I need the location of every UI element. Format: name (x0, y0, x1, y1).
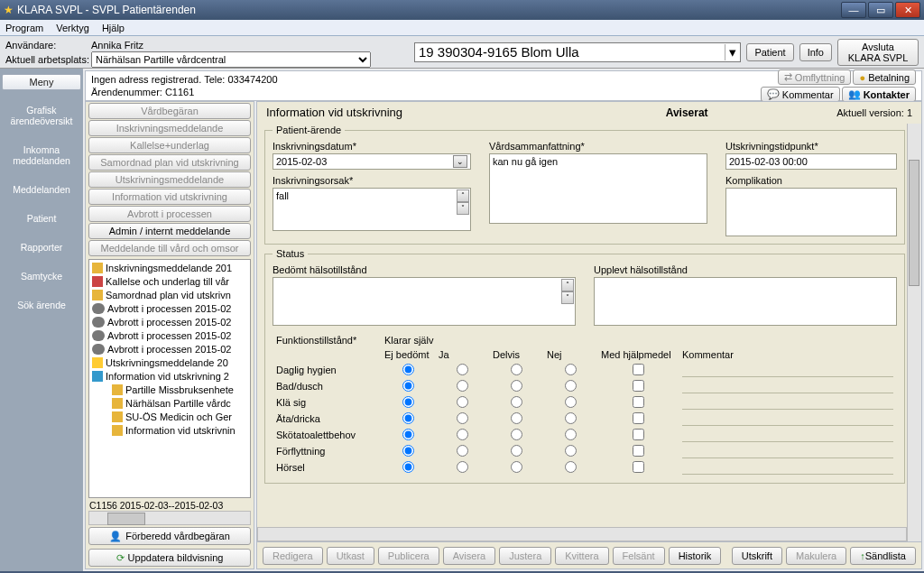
tree-item-5[interactable]: Avbrott i processen 2015-02 (90, 328, 249, 342)
form-vscroll[interactable] (907, 124, 921, 541)
sidebar-item-3[interactable]: Patient (0, 204, 83, 233)
form-hscroll[interactable] (257, 527, 907, 541)
radio-ja[interactable] (457, 412, 468, 424)
omflyttning-button[interactable]: ⇄Omflyttning (778, 69, 852, 85)
bottom-button-historik[interactable]: Historik (669, 547, 722, 565)
radio-nej[interactable] (565, 396, 577, 408)
inskr-orsak-field[interactable]: fall ˄˅ (273, 188, 471, 231)
tree-item-9[interactable]: Partille Missbruksenhete (90, 383, 249, 396)
kommentar-field[interactable] (682, 395, 893, 410)
radio-nej[interactable] (565, 429, 577, 440)
check-hjalp[interactable] (633, 364, 644, 375)
info-button[interactable]: Info (799, 43, 832, 61)
radio-delvis[interactable] (511, 429, 522, 440)
radio-ja[interactable] (457, 364, 468, 375)
tree-hscroll[interactable] (88, 511, 251, 525)
tree-item-7[interactable]: Utskrivningsmeddelande 20 (90, 356, 249, 369)
radio-nej[interactable] (565, 364, 577, 375)
kommentar-field[interactable] (682, 460, 893, 475)
sidebar-item-6[interactable]: Sök ärende (0, 291, 83, 319)
bottom-button-felsänt[interactable]: Felsänt (613, 547, 665, 565)
radio-ej[interactable] (402, 380, 414, 392)
radio-ja[interactable] (457, 445, 468, 457)
sidebar-item-2[interactable]: Meddelanden (0, 175, 83, 204)
sandlista-button[interactable]: ↑Sändlista (850, 547, 916, 565)
check-hjalp[interactable] (633, 461, 644, 473)
maximize-button[interactable]: ▭ (868, 2, 893, 18)
bottom-button-kvittera[interactable]: Kvittera (555, 547, 608, 565)
action-button-1[interactable]: Inskrivningsmeddelande (88, 120, 251, 136)
radio-ej[interactable] (402, 364, 414, 375)
kommentar-field[interactable] (682, 363, 893, 377)
radio-ej[interactable] (402, 461, 414, 473)
vss-field[interactable]: kan nu gå igen (489, 153, 707, 224)
close-button[interactable]: ✕ (895, 2, 920, 18)
inskr-datum-field[interactable]: 2015-02-03 ⌄ (273, 153, 471, 170)
prepared-request-button[interactable]: 👤Förberedd vårdbegäran (88, 527, 251, 545)
tree-item-11[interactable]: SU-ÖS Medicin och Ger (90, 410, 249, 423)
tree-item-8[interactable]: Information vid utskrivning 2 (90, 369, 249, 383)
spin-down-icon[interactable]: ˅ (561, 291, 574, 304)
patient-combo[interactable]: 19 390304-9165 Blom Ulla ▾ (414, 42, 741, 62)
kommentar-field[interactable] (682, 444, 893, 458)
bedomt-field[interactable]: ˄˅ (273, 277, 576, 326)
action-button-6[interactable]: Avbrott i processen (88, 206, 251, 222)
tree-item-6[interactable]: Avbrott i processen 2015-02 (90, 342, 249, 356)
quit-button[interactable]: Avsluta KLARA SVPL (837, 39, 919, 66)
bottom-button-utkast[interactable]: Utkast (327, 547, 374, 565)
radio-nej[interactable] (565, 380, 577, 392)
check-hjalp[interactable] (633, 429, 644, 440)
action-button-5[interactable]: Information vid utskrivning (88, 189, 251, 205)
tree-item-1[interactable]: Kallelse och underlag till vår (90, 274, 249, 288)
radio-ej[interactable] (402, 396, 414, 408)
case-tree[interactable]: Inskrivningsmeddelande 201Kallelse och u… (88, 259, 251, 498)
radio-ja[interactable] (457, 429, 468, 440)
kommentar-button[interactable]: 💬Kommentar (761, 87, 840, 102)
radio-nej[interactable] (565, 445, 577, 457)
radio-nej[interactable] (565, 461, 577, 473)
radio-delvis[interactable] (511, 380, 522, 392)
radio-ej[interactable] (402, 429, 414, 440)
action-button-0[interactable]: Vårdbegäran (88, 103, 251, 119)
radio-delvis[interactable] (511, 412, 522, 424)
meny-header[interactable]: Meny (2, 74, 81, 90)
makulera-button[interactable]: Makulera (786, 547, 846, 565)
kommentar-field[interactable] (682, 379, 893, 393)
sidebar-item-4[interactable]: Rapporter (0, 233, 83, 262)
kommentar-field[interactable] (682, 411, 893, 426)
bottom-button-publicera[interactable]: Publicera (378, 547, 439, 565)
radio-ej[interactable] (402, 445, 414, 457)
radio-nej[interactable] (565, 412, 577, 424)
menu-hjalp[interactable]: Hjälp (102, 23, 125, 33)
radio-ej[interactable] (402, 412, 414, 424)
radio-delvis[interactable] (511, 364, 522, 375)
bottom-button-avisera[interactable]: Avisera (443, 547, 495, 565)
workplace-select[interactable]: Närhälsan Partille vårdcentral (91, 51, 371, 68)
sidebar-item-1[interactable]: Inkomna meddelanden (0, 135, 83, 175)
action-button-7[interactable]: Admin / internt meddelande (88, 223, 251, 239)
radio-delvis[interactable] (511, 461, 522, 473)
radio-delvis[interactable] (511, 445, 522, 457)
patient-button[interactable]: Patient (746, 43, 793, 61)
spin-down-icon[interactable]: ˅ (457, 202, 469, 215)
check-hjalp[interactable] (633, 380, 644, 392)
spin-up-icon[interactable]: ˄ (457, 189, 469, 202)
kontakter-button[interactable]: 👥Kontakter (842, 87, 916, 102)
action-button-2[interactable]: Kallelse+underlag (88, 137, 251, 153)
tree-item-2[interactable]: Samordnad plan vid utskrivn (90, 288, 249, 301)
menu-verktyg[interactable]: Verktyg (56, 23, 89, 33)
minimize-button[interactable]: — (841, 2, 866, 18)
tree-item-3[interactable]: Avbrott i processen 2015-02 (90, 301, 249, 315)
betalning-button[interactable]: ●Betalning (853, 69, 916, 85)
tree-item-10[interactable]: Närhälsan Partille vårdc (90, 396, 249, 410)
utskrift-button[interactable]: Utskrift (732, 547, 782, 565)
radio-ja[interactable] (457, 396, 468, 408)
spin-up-icon[interactable]: ˄ (561, 279, 574, 291)
upplevt-field[interactable] (594, 277, 897, 326)
update-view-button[interactable]: ⟳Uppdatera bildvisning (88, 549, 251, 567)
radio-ja[interactable] (457, 380, 468, 392)
check-hjalp[interactable] (633, 445, 644, 457)
tree-item-0[interactable]: Inskrivningsmeddelande 201 (90, 261, 249, 274)
tree-item-12[interactable]: Information vid utskrivnin (90, 423, 249, 437)
tree-item-4[interactable]: Avbrott i processen 2015-02 (90, 315, 249, 328)
